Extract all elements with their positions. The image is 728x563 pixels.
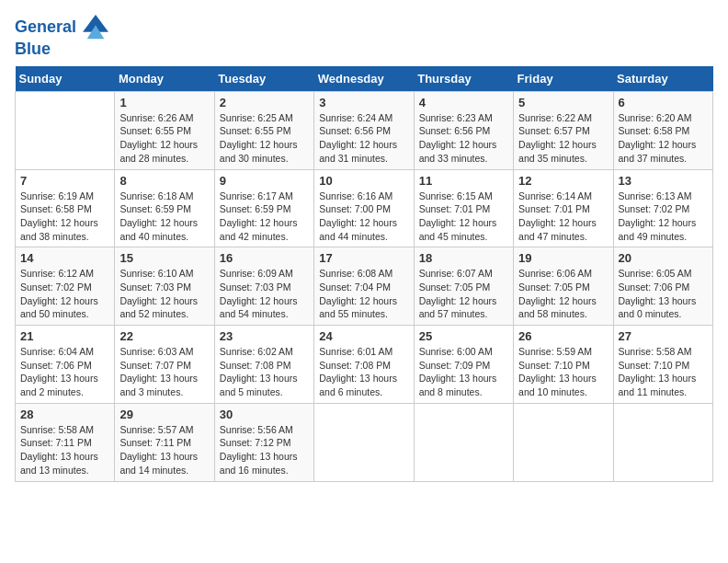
day-info: Sunrise: 5:56 AM Sunset: 7:12 PM Dayligh… (220, 423, 309, 477)
day-info: Sunrise: 6:19 AM Sunset: 6:58 PM Dayligh… (20, 190, 109, 244)
calendar-cell: 9Sunrise: 6:17 AM Sunset: 6:59 PM Daylig… (214, 169, 313, 247)
calendar-cell: 25Sunrise: 6:00 AM Sunset: 7:09 PM Dayli… (414, 326, 513, 404)
day-info: Sunrise: 6:25 AM Sunset: 6:55 PM Dayligh… (220, 111, 309, 166)
day-header-tuesday: Tuesday (214, 66, 313, 92)
day-header-thursday: Thursday (414, 66, 513, 92)
day-info: Sunrise: 6:16 AM Sunset: 7:00 PM Dayligh… (319, 190, 408, 244)
calendar-cell: 21Sunrise: 6:04 AM Sunset: 7:06 PM Dayli… (16, 326, 115, 404)
week-row-1: 1Sunrise: 6:26 AM Sunset: 6:55 PM Daylig… (16, 91, 713, 169)
calendar-cell: 13Sunrise: 6:13 AM Sunset: 7:02 PM Dayli… (613, 169, 712, 247)
day-number: 4 (419, 96, 508, 109)
day-number: 7 (20, 174, 109, 188)
day-number: 3 (319, 96, 408, 109)
day-number: 17 (319, 251, 408, 265)
day-number: 1 (119, 96, 209, 109)
calendar-cell: 8Sunrise: 6:18 AM Sunset: 6:59 PM Daylig… (115, 169, 214, 247)
day-info: Sunrise: 6:15 AM Sunset: 7:01 PM Dayligh… (419, 190, 508, 244)
day-info: Sunrise: 6:06 AM Sunset: 7:05 PM Dayligh… (518, 267, 608, 321)
day-number: 28 (20, 408, 109, 421)
day-number: 19 (518, 251, 608, 265)
day-info: Sunrise: 6:26 AM Sunset: 6:55 PM Dayligh… (119, 111, 209, 166)
day-info: Sunrise: 6:01 AM Sunset: 7:08 PM Dayligh… (319, 345, 408, 399)
week-row-5: 28Sunrise: 5:58 AM Sunset: 7:11 PM Dayli… (16, 403, 713, 481)
logo-text: General (15, 15, 108, 40)
day-info: Sunrise: 6:23 AM Sunset: 6:56 PM Dayligh… (419, 111, 508, 166)
day-number: 25 (419, 329, 508, 343)
calendar-cell: 12Sunrise: 6:14 AM Sunset: 7:01 PM Dayli… (514, 169, 613, 247)
calendar-cell: 11Sunrise: 6:15 AM Sunset: 7:01 PM Dayli… (414, 169, 513, 247)
day-info: Sunrise: 6:20 AM Sunset: 6:58 PM Dayligh… (619, 111, 708, 166)
day-number: 24 (319, 329, 408, 343)
day-header-saturday: Saturday (613, 66, 712, 92)
calendar-cell: 27Sunrise: 5:58 AM Sunset: 7:10 PM Dayli… (613, 326, 712, 404)
calendar-cell: 1Sunrise: 6:26 AM Sunset: 6:55 PM Daylig… (115, 91, 214, 169)
day-info: Sunrise: 5:58 AM Sunset: 7:11 PM Dayligh… (20, 423, 109, 477)
day-number: 29 (119, 408, 209, 421)
day-header-monday: Monday (115, 66, 214, 92)
day-info: Sunrise: 6:02 AM Sunset: 7:08 PM Dayligh… (220, 345, 309, 399)
logo-text2: Blue (15, 40, 108, 59)
day-number: 15 (119, 251, 209, 265)
day-header-sunday: Sunday (16, 66, 115, 92)
day-header-friday: Friday (514, 66, 613, 92)
day-info: Sunrise: 6:22 AM Sunset: 6:57 PM Dayligh… (518, 111, 608, 166)
calendar-cell: 7Sunrise: 6:19 AM Sunset: 6:58 PM Daylig… (16, 169, 115, 247)
day-info: Sunrise: 6:07 AM Sunset: 7:05 PM Dayligh… (419, 267, 508, 321)
calendar-cell: 5Sunrise: 6:22 AM Sunset: 6:57 PM Daylig… (514, 91, 613, 169)
calendar-cell: 22Sunrise: 6:03 AM Sunset: 7:07 PM Dayli… (115, 326, 214, 404)
calendar-cell: 6Sunrise: 6:20 AM Sunset: 6:58 PM Daylig… (613, 91, 712, 169)
calendar-cell: 29Sunrise: 5:57 AM Sunset: 7:11 PM Dayli… (115, 403, 214, 481)
day-info: Sunrise: 6:13 AM Sunset: 7:02 PM Dayligh… (619, 190, 708, 244)
day-number: 21 (20, 329, 109, 343)
day-number: 26 (518, 329, 608, 343)
calendar-cell: 4Sunrise: 6:23 AM Sunset: 6:56 PM Daylig… (414, 91, 513, 169)
calendar-cell: 18Sunrise: 6:07 AM Sunset: 7:05 PM Dayli… (414, 247, 513, 326)
logo: General Blue (15, 15, 108, 59)
calendar-cell: 2Sunrise: 6:25 AM Sunset: 6:55 PM Daylig… (214, 91, 313, 169)
calendar-cell: 10Sunrise: 6:16 AM Sunset: 7:00 PM Dayli… (314, 169, 414, 247)
day-info: Sunrise: 6:09 AM Sunset: 7:03 PM Dayligh… (220, 267, 309, 321)
week-row-3: 14Sunrise: 6:12 AM Sunset: 7:02 PM Dayli… (16, 247, 713, 326)
day-info: Sunrise: 6:10 AM Sunset: 7:03 PM Dayligh… (119, 267, 209, 321)
calendar-cell: 30Sunrise: 5:56 AM Sunset: 7:12 PM Dayli… (214, 403, 313, 481)
calendar-cell: 15Sunrise: 6:10 AM Sunset: 7:03 PM Dayli… (115, 247, 214, 326)
day-number: 2 (220, 96, 309, 109)
calendar-cell (414, 403, 513, 481)
day-number: 6 (619, 96, 708, 109)
day-info: Sunrise: 6:04 AM Sunset: 7:06 PM Dayligh… (20, 345, 109, 399)
day-number: 11 (419, 174, 508, 188)
day-number: 22 (119, 329, 209, 343)
day-info: Sunrise: 6:00 AM Sunset: 7:09 PM Dayligh… (419, 345, 508, 399)
day-info: Sunrise: 6:12 AM Sunset: 7:02 PM Dayligh… (20, 267, 109, 321)
day-number: 20 (619, 251, 708, 265)
day-number: 14 (20, 251, 109, 265)
calendar-cell: 24Sunrise: 6:01 AM Sunset: 7:08 PM Dayli… (314, 326, 414, 404)
day-number: 12 (518, 174, 608, 188)
calendar-cell: 23Sunrise: 6:02 AM Sunset: 7:08 PM Dayli… (214, 326, 313, 404)
calendar-table: SundayMondayTuesdayWednesdayThursdayFrid… (15, 66, 713, 482)
calendar-cell: 16Sunrise: 6:09 AM Sunset: 7:03 PM Dayli… (214, 247, 313, 326)
calendar-cell (16, 91, 115, 169)
day-info: Sunrise: 6:18 AM Sunset: 6:59 PM Dayligh… (119, 190, 209, 244)
calendar-cell: 14Sunrise: 6:12 AM Sunset: 7:02 PM Dayli… (16, 247, 115, 326)
day-number: 8 (119, 174, 209, 188)
day-number: 27 (619, 329, 708, 343)
calendar-cell (314, 403, 414, 481)
week-row-2: 7Sunrise: 6:19 AM Sunset: 6:58 PM Daylig… (16, 169, 713, 247)
day-number: 13 (619, 174, 708, 188)
day-number: 18 (419, 251, 508, 265)
day-info: Sunrise: 5:59 AM Sunset: 7:10 PM Dayligh… (518, 345, 608, 399)
day-info: Sunrise: 6:17 AM Sunset: 6:59 PM Dayligh… (220, 190, 309, 244)
day-number: 23 (220, 329, 309, 343)
day-number: 30 (220, 408, 309, 421)
day-info: Sunrise: 6:24 AM Sunset: 6:56 PM Dayligh… (319, 111, 408, 166)
day-info: Sunrise: 5:58 AM Sunset: 7:10 PM Dayligh… (619, 345, 708, 399)
day-header-wednesday: Wednesday (314, 66, 414, 92)
day-info: Sunrise: 6:08 AM Sunset: 7:04 PM Dayligh… (319, 267, 408, 321)
calendar-cell: 19Sunrise: 6:06 AM Sunset: 7:05 PM Dayli… (514, 247, 613, 326)
week-row-4: 21Sunrise: 6:04 AM Sunset: 7:06 PM Dayli… (16, 326, 713, 404)
day-number: 5 (518, 96, 608, 109)
calendar-cell (613, 403, 712, 481)
header-row: SundayMondayTuesdayWednesdayThursdayFrid… (16, 66, 713, 92)
day-info: Sunrise: 5:57 AM Sunset: 7:11 PM Dayligh… (119, 423, 209, 477)
